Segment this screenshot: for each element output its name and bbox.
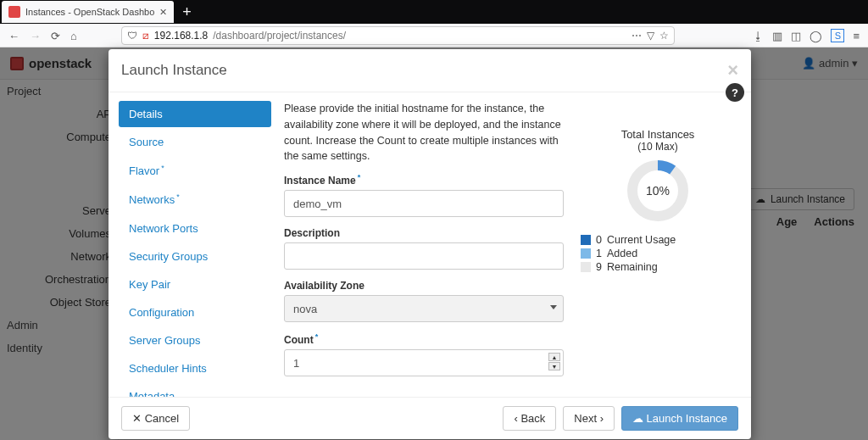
- modal-footer: ✕ Cancel ‹ Back Next › ☁ Launch Instance: [108, 397, 751, 439]
- help-icon[interactable]: ?: [726, 83, 744, 102]
- launch-instance-modal: Launch Instance × ? Details Source Flavo…: [108, 49, 751, 439]
- usage-percent: 10%: [626, 159, 689, 222]
- form-description: Please provide the initial hostname for …: [284, 101, 564, 164]
- next-button[interactable]: Next ›: [563, 406, 615, 431]
- tab-title: Instances - OpenStack Dashbo: [25, 7, 154, 17]
- az-label: Availability Zone: [284, 280, 564, 292]
- download-icon[interactable]: ⭳: [753, 30, 764, 42]
- count-input[interactable]: [284, 349, 564, 376]
- modal-header: Launch Instance ×: [108, 49, 751, 92]
- tab-strip: Instances - OpenStack Dashbo ✕ +: [0, 0, 868, 24]
- modal-title: Launch Instance: [121, 62, 227, 79]
- reload-icon[interactable]: ⟳: [51, 30, 60, 42]
- tab-close-icon[interactable]: ✕: [159, 7, 167, 18]
- launch-instance-button[interactable]: ☁ Launch Instance: [621, 406, 738, 431]
- stats-title: Total Instances: [577, 128, 738, 141]
- instance-name-label: Instance Name*: [284, 173, 564, 187]
- wizard-nav: Details Source Flavor* Networks* Network…: [108, 92, 271, 397]
- step-configuration[interactable]: Configuration: [119, 299, 271, 326]
- step-network-ports[interactable]: Network Ports: [119, 215, 271, 242]
- description-input[interactable]: [284, 242, 564, 270]
- wizard-content: Please provide the initial hostname for …: [271, 92, 751, 397]
- spinner-up-icon[interactable]: ▲: [548, 353, 560, 361]
- new-tab-button[interactable]: +: [174, 3, 200, 21]
- shield-icon[interactable]: 🛡: [127, 30, 137, 42]
- step-networks[interactable]: Networks*: [119, 186, 271, 213]
- nav-bar: ← → ⟳ ⌂ 🛡 ⧄ 192.168.1.8/dashboard/projec…: [0, 24, 868, 47]
- stats-panel: Total Instances (10 Max) 10% 0 Current U…: [577, 101, 738, 388]
- browser-tab[interactable]: Instances - OpenStack Dashbo ✕: [2, 1, 174, 23]
- step-details[interactable]: Details: [119, 101, 271, 127]
- insecure-icon[interactable]: ⧄: [142, 30, 149, 42]
- count-label: Count*: [284, 332, 564, 346]
- library-icon[interactable]: ▥: [772, 30, 782, 42]
- step-metadata[interactable]: Metadata: [119, 383, 271, 397]
- extension-icon[interactable]: S: [831, 29, 844, 42]
- step-scheduler-hints[interactable]: Scheduler Hints: [119, 355, 271, 382]
- legend: 0 Current Usage 1 Added 9 Remaining: [581, 234, 738, 273]
- bookmark-icon[interactable]: ☆: [659, 30, 669, 42]
- stats-subtitle: (10 Max): [577, 141, 738, 153]
- step-source[interactable]: Source: [119, 129, 271, 155]
- reader-icon[interactable]: ▽: [647, 30, 654, 42]
- az-select[interactable]: nova: [284, 295, 564, 322]
- close-icon[interactable]: ×: [727, 59, 738, 81]
- browser-chrome: Instances - OpenStack Dashbo ✕ + ← → ⟳ ⌂…: [0, 0, 868, 47]
- instance-name-input[interactable]: [284, 190, 564, 217]
- hamburger-icon[interactable]: ≡: [853, 30, 860, 42]
- legend-remaining: 9 Remaining: [581, 261, 738, 273]
- legend-current: 0 Current Usage: [581, 234, 738, 246]
- home-icon[interactable]: ⌂: [70, 30, 77, 42]
- tab-favicon: [8, 6, 20, 18]
- back-icon[interactable]: ←: [8, 30, 19, 42]
- url-path: /dashboard/project/instances/: [213, 30, 346, 42]
- count-spinner[interactable]: ▲▼: [548, 353, 560, 370]
- step-flavor[interactable]: Flavor*: [119, 157, 271, 184]
- back-button[interactable]: ‹ Back: [503, 406, 556, 431]
- toolbar-right: ⭳ ▥ ◫ ◯ S ≡: [753, 29, 860, 42]
- spinner-down-icon[interactable]: ▼: [548, 362, 560, 370]
- url-host: 192.168.1.8: [154, 30, 208, 42]
- sidebar-toggle-icon[interactable]: ◫: [791, 30, 801, 42]
- cancel-button[interactable]: ✕ Cancel: [121, 406, 190, 431]
- usage-donut: 10%: [626, 159, 689, 222]
- address-bar[interactable]: 🛡 ⧄ 192.168.1.8/dashboard/project/instan…: [121, 26, 676, 45]
- description-label: Description: [284, 227, 564, 239]
- step-security-groups[interactable]: Security Groups: [119, 243, 271, 270]
- account-icon[interactable]: ◯: [810, 30, 822, 42]
- step-key-pair[interactable]: Key Pair: [119, 271, 271, 298]
- forward-icon: →: [30, 30, 41, 42]
- legend-added: 1 Added: [581, 248, 738, 259]
- step-server-groups[interactable]: Server Groups: [119, 327, 271, 354]
- page-actions-icon[interactable]: ⋯: [632, 30, 642, 42]
